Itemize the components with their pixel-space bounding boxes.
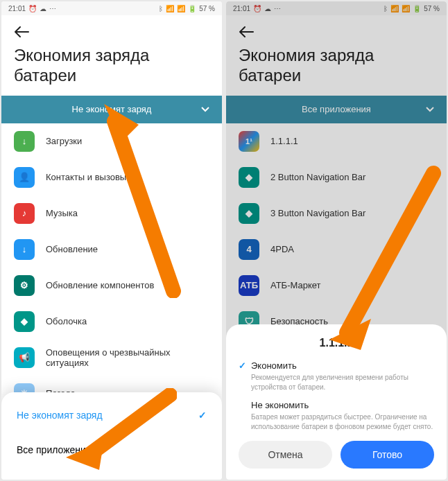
page-title: Экономия заряда батареи: [14, 46, 209, 86]
battery-percent: 57 %: [199, 5, 215, 12]
alert-icon: 📢: [14, 347, 35, 368]
option-description: Батарея может разрядиться быстрее. Огран…: [239, 412, 434, 431]
app-row[interactable]: 👤 Контакты и вызовы: [1, 159, 222, 195]
cancel-button[interactable]: Отмена: [239, 441, 332, 469]
app-row[interactable]: ◆ Оболочка: [1, 304, 222, 340]
dialog-option-no-save[interactable]: Не экономить Батарея может разрядиться б…: [239, 400, 434, 431]
app-label: Обновление: [46, 244, 98, 254]
app-row[interactable]: 📢 Оповещения о чрезвычайных ситуациях: [1, 340, 222, 376]
update-icon: ↓: [14, 239, 35, 260]
gear-icon: ⚙: [14, 275, 35, 296]
phone-right: 21:01 ⏰ ☁ ⋯ ᛒ 📶 📶 🔋 57 % Экономия заряда…: [226, 1, 447, 480]
app-label: Контакты и вызовы: [46, 172, 126, 182]
back-button[interactable]: [14, 22, 33, 42]
cloud-icon: ☁: [40, 5, 46, 12]
filter-dropdown-label: Не экономят заряд: [72, 104, 152, 114]
check-icon: ✓: [198, 410, 207, 421]
dialog-scrim[interactable]: 1.1.1.1 ✓ Экономить Рекомендуется для ув…: [226, 1, 447, 480]
filter-option-label: Все приложения: [17, 444, 91, 455]
bluetooth-icon: ᛒ: [159, 5, 163, 12]
option-description: Рекомендуется для увеличения времени раб…: [239, 373, 434, 392]
button-label: Готово: [372, 449, 402, 460]
contacts-icon: 👤: [14, 167, 35, 188]
app-row[interactable]: ⚙ Обновление компонентов: [1, 268, 222, 304]
alarm-icon: ⏰: [28, 5, 37, 12]
done-button[interactable]: Готово: [341, 441, 434, 469]
page-header: Экономия заряда батареи: [1, 15, 222, 96]
app-row[interactable]: ↓ Загрузки: [1, 123, 222, 159]
app-label: Оповещения о чрезвычайных ситуациях: [46, 347, 209, 368]
shell-icon: ◆: [14, 311, 35, 332]
wifi-icon: 📶: [177, 5, 185, 12]
status-bar: 21:01 ⏰ ☁ ⋯ ᛒ 📶 📶 🔋 57 %: [1, 1, 222, 15]
app-row[interactable]: ♪ Музыка: [1, 195, 222, 231]
option-label: Не экономить: [251, 400, 309, 410]
status-time: 21:01: [8, 5, 26, 12]
music-icon: ♪: [14, 203, 35, 224]
signal-icon: 📶: [166, 5, 174, 12]
dialog-title: 1.1.1.1: [239, 337, 434, 349]
button-label: Отмена: [268, 449, 302, 460]
filter-option-label: Не экономят заряд: [17, 410, 103, 421]
app-row[interactable]: ↓ Обновление: [1, 231, 222, 268]
filter-dropdown[interactable]: Не экономят заряд: [1, 96, 222, 123]
app-label: Оболочка: [46, 316, 87, 326]
phone-left: 21:01 ⏰ ☁ ⋯ ᛒ 📶 📶 🔋 57 % Экономия заряда…: [1, 1, 222, 480]
filter-bottom-sheet: Не экономят заряд ✓ Все приложения: [1, 392, 222, 480]
download-icon: ↓: [14, 131, 35, 152]
filter-option-all-apps[interactable]: Все приложения: [1, 432, 222, 467]
app-label: Обновление компонентов: [46, 280, 154, 290]
more-icon: ⋯: [49, 5, 56, 12]
app-label: Музыка: [46, 208, 78, 218]
dialog-option-save[interactable]: ✓ Экономить Рекомендуется для увеличения…: [239, 360, 434, 392]
check-icon: ✓: [239, 360, 247, 371]
chevron-down-icon: [201, 107, 209, 112]
battery-save-dialog: 1.1.1.1 ✓ Экономить Рекомендуется для ув…: [226, 324, 447, 480]
filter-option-no-save[interactable]: Не экономят заряд ✓: [1, 398, 222, 432]
app-label: Загрузки: [46, 136, 82, 146]
battery-icon: 🔋: [188, 5, 196, 12]
option-label: Экономить: [251, 360, 297, 371]
